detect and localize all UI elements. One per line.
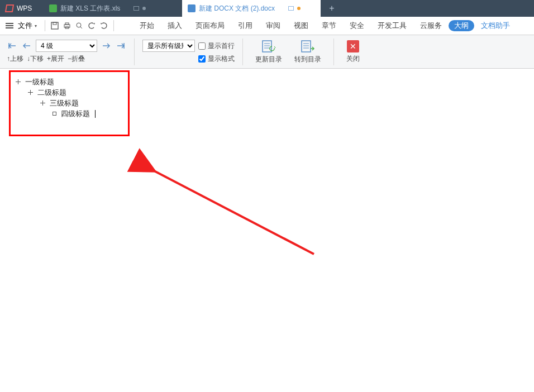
show-levels-select[interactable]: 显示所有级别 xyxy=(142,40,195,52)
menu-bar: 文件 ▾ 开始 插入 页面布局 引用 审阅 视图 章节 安全 开发工具 云服务 … xyxy=(0,17,534,35)
svg-rect-13 xyxy=(302,41,311,52)
tab-docx[interactable]: 新建 DOCX 文档 (2).docx xyxy=(182,0,321,17)
document-area[interactable]: 一级标题 二级标题 三级标题 四级标题 xyxy=(0,69,534,392)
spreadsheet-icon xyxy=(49,4,57,12)
move-down-button[interactable]: ↓下移 xyxy=(27,54,44,64)
tab-xls-label: 新建 XLS 工作表.xls xyxy=(60,4,120,13)
wps-home-tab[interactable]: WPS xyxy=(0,0,44,17)
outline-level-select[interactable]: 4 级 xyxy=(36,40,97,52)
tab-xls[interactable]: 新建 XLS 工作表.xls xyxy=(44,0,182,17)
ribbon-separator xyxy=(242,39,243,65)
ribbon-outline: 4 级 ↑上移 ↓下移 +展开 −折叠 显示所有级别 显示首行 显示格式 更新目… xyxy=(0,35,534,69)
ribbon-separator xyxy=(333,39,334,65)
svg-line-6 xyxy=(80,27,82,28)
update-toc-button[interactable]: 更新目录 xyxy=(251,40,287,64)
ribbon-tab-review[interactable]: 审阅 xyxy=(259,17,287,35)
hamburger-icon[interactable] xyxy=(6,23,16,28)
svg-rect-0 xyxy=(51,22,58,29)
outline-tree: 一级标题 二级标题 三级标题 四级标题 xyxy=(16,77,96,119)
show-firstline-checkbox[interactable]: 显示首行 xyxy=(198,41,235,51)
ribbon-separator xyxy=(134,39,135,65)
ribbon-group-show: 显示所有级别 显示首行 显示格式 xyxy=(142,40,235,64)
svg-point-5 xyxy=(77,23,81,27)
outline-h2-text: 二级标题 xyxy=(37,87,66,98)
expand-marker-icon[interactable] xyxy=(28,90,33,95)
outline-node-h2[interactable]: 二级标题 xyxy=(16,87,96,98)
wps-label: WPS xyxy=(17,4,32,12)
expand-button[interactable]: +展开 xyxy=(47,54,64,64)
outline-node-h3[interactable]: 三级标题 xyxy=(16,98,96,108)
close-icon: ✕ xyxy=(347,40,359,52)
ribbon-tab-layout[interactable]: 页面布局 xyxy=(189,17,231,35)
demote-body-icon[interactable] xyxy=(115,40,126,51)
goto-toc-label: 转到目录 xyxy=(294,55,321,64)
ribbon-tab-cloud[interactable]: 云服务 xyxy=(413,17,449,35)
promote-icon[interactable] xyxy=(21,40,32,51)
move-up-button[interactable]: ↑上移 xyxy=(7,54,23,64)
leaf-marker-icon xyxy=(53,112,56,116)
ribbon-tab-refs[interactable]: 引用 xyxy=(231,17,259,35)
separator xyxy=(45,20,45,31)
ribbon-group-level: 4 级 ↑上移 ↓下移 +展开 −折叠 xyxy=(7,40,126,64)
tab-close-icon[interactable] xyxy=(142,7,146,10)
save-icon[interactable] xyxy=(49,20,61,32)
minus-icon: − xyxy=(68,55,71,63)
ribbon-tab-helper[interactable]: 文档助手 xyxy=(474,17,517,35)
outline-h4-text: 四级标题 xyxy=(61,108,90,119)
close-label: 关闭 xyxy=(346,54,360,64)
collapse-button[interactable]: −折叠 xyxy=(68,54,85,64)
expand-marker-icon[interactable] xyxy=(16,79,21,84)
document-icon xyxy=(188,4,196,12)
redo-icon[interactable] xyxy=(98,20,110,32)
tab-close-icon[interactable] xyxy=(297,7,301,10)
update-toc-icon xyxy=(261,40,276,53)
goto-toc-icon xyxy=(300,40,316,53)
outline-node-h4[interactable]: 四级标题 xyxy=(16,108,96,119)
close-outline-button[interactable]: ✕ 关闭 xyxy=(342,40,364,64)
plus-icon: + xyxy=(47,55,51,63)
tab-restore-icon[interactable] xyxy=(134,6,139,11)
ribbon-tab-security[interactable]: 安全 xyxy=(343,17,371,35)
outline-node-h1[interactable]: 一级标题 xyxy=(16,77,96,87)
update-toc-label: 更新目录 xyxy=(255,55,282,64)
svg-line-17 xyxy=(153,170,314,254)
promote-top-icon[interactable] xyxy=(7,40,18,51)
tab-restore-icon[interactable] xyxy=(288,6,294,11)
file-dropdown-caret-icon[interactable]: ▾ xyxy=(35,23,41,28)
demote-icon[interactable] xyxy=(101,40,112,51)
ribbon-tab-chapter[interactable]: 章节 xyxy=(315,17,343,35)
outline-h3-text: 三级标题 xyxy=(50,98,79,108)
show-format-checkbox[interactable]: 显示格式 xyxy=(198,54,235,64)
undo-icon[interactable] xyxy=(85,20,98,32)
ribbon-tab-insert[interactable]: 插入 xyxy=(161,17,189,35)
outline-h1-text: 一级标题 xyxy=(25,77,54,87)
print-icon[interactable] xyxy=(61,20,73,32)
goto-toc-button[interactable]: 转到目录 xyxy=(290,40,326,64)
ribbon-tab-view[interactable]: 视图 xyxy=(287,17,315,35)
ribbon-tab-devtools[interactable]: 开发工具 xyxy=(371,17,413,35)
tab-bar: WPS 新建 XLS 工作表.xls 新建 DOCX 文档 (2).docx + xyxy=(0,0,534,17)
svg-rect-3 xyxy=(65,23,69,25)
file-menu[interactable]: 文件 xyxy=(16,21,35,31)
tab-docx-label: 新建 DOCX 文档 (2).docx xyxy=(199,4,275,13)
tab-add-button[interactable]: + xyxy=(321,0,343,17)
print-preview-icon[interactable] xyxy=(73,20,85,32)
separator xyxy=(113,20,114,31)
wps-logo-icon xyxy=(5,4,14,12)
ribbon-tab-outline[interactable]: 大纲 xyxy=(449,20,474,31)
text-cursor xyxy=(95,110,96,118)
annotation-arrow-icon xyxy=(146,165,325,265)
expand-marker-icon[interactable] xyxy=(40,101,45,106)
ribbon-tab-start[interactable]: 开始 xyxy=(133,17,161,35)
